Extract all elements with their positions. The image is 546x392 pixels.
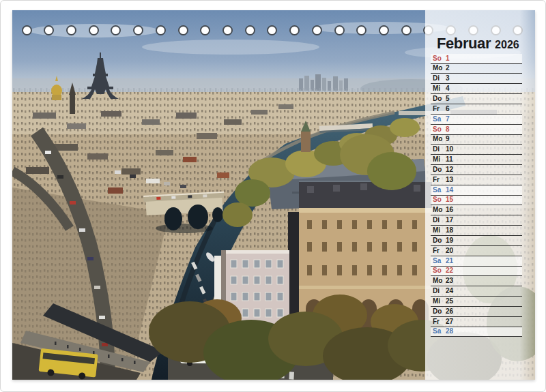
calendar-day-row: Sa7 [431,115,522,125]
day-number: 12 [446,166,453,173]
weekday-label: Do [433,237,446,244]
weekday-label: Mi [433,156,446,163]
day-number: 21 [446,258,453,265]
day-number: 18 [446,227,453,234]
day-number: 4 [446,85,450,92]
binding-hole [133,25,143,35]
day-number: 10 [446,146,453,153]
weekday-label: Do [433,166,446,173]
binding-hole [44,25,54,35]
day-number: 15 [446,196,453,203]
day-number: 16 [446,207,453,213]
weekday-label: Sa [433,116,446,123]
binding-hole [178,25,188,35]
day-number: 5 [446,95,450,102]
weekday-label: Mo [433,207,446,213]
binding-hole [111,25,121,35]
weekday-label: Di [433,75,446,82]
weekday-label: Di [433,288,446,295]
binding-hole [22,25,32,35]
day-number: 7 [446,116,450,123]
day-number: 25 [446,298,453,305]
weekday-label: So [433,196,446,203]
binding-hole [245,25,255,35]
day-number: 28 [446,328,453,335]
binding-hole [267,25,277,35]
weekday-label: Mi [433,227,446,234]
day-number: 23 [446,277,453,284]
binding-hole [222,25,233,35]
day-number: 14 [446,187,453,194]
weekday-label: Do [433,95,446,102]
calendar-day-row: Do12 [431,165,522,175]
day-number: 22 [446,267,453,274]
weekday-label: Sa [433,258,446,265]
calendar-day-row: Mo9 [431,135,522,145]
binding-hole [379,25,389,35]
calendar-day-row: Do19 [431,236,522,246]
day-number: 6 [446,106,450,112]
day-number: 1 [446,55,450,62]
day-number: 24 [446,288,453,295]
calendar-day-row: Mo23 [431,276,522,286]
calendar-title: Februar2026 [437,35,519,52]
weekday-label: Mo [433,277,446,284]
calendar-day-row: Fr6 [431,104,522,115]
day-number: 11 [446,156,453,163]
weekday-label: So [433,126,446,133]
weekday-label: Di [433,217,446,224]
year-label: 2026 [495,39,519,50]
day-number: 19 [446,237,453,244]
calendar-day-row: Do5 [431,94,522,104]
calendar-day-row: Mi4 [431,84,522,94]
binding-hole [66,25,76,35]
weekday-label: Mo [433,136,446,142]
weekday-label: Fr [433,318,446,325]
calendar-day-row: Di17 [431,215,522,226]
calendar-day-row: So8 [431,125,522,135]
calendar-day-row: Sa28 [431,327,522,337]
day-number: 17 [446,217,453,224]
weekday-label: Sa [433,187,446,194]
weekday-label: So [433,267,446,274]
calendar-day-row: Mi11 [431,155,522,165]
binding-hole [401,25,412,35]
binding-hole [156,25,166,35]
weekday-label: Mi [433,298,446,305]
weekday-label: Sa [433,328,446,335]
calendar-day-row: Sa21 [431,256,522,267]
binding-hole [200,25,210,35]
weekday-label: So [433,55,446,62]
calendar-page: Februar2026 So1Mo2Di3Mi4Do5Fr6Sa7So8Mo9D… [0,0,546,392]
day-number: 20 [446,247,453,254]
calendar-day-row: Mi18 [431,226,522,236]
weekday-label: Fr [433,247,446,254]
calendar-day-row: Mo16 [431,205,522,215]
calendar-day-row: Mi25 [431,297,522,307]
calendar-day-row: Fr27 [431,317,522,327]
day-number: 3 [446,75,450,82]
day-list: So1Mo2Di3Mi4Do5Fr6Sa7So8Mo9Di10Mi11Do12F… [431,54,522,337]
day-number: 2 [446,65,450,72]
day-number: 13 [446,177,453,183]
weekday-label: Fr [433,106,446,112]
binding-hole [356,25,367,35]
day-number: 26 [446,308,453,315]
calendar-day-row: So15 [431,196,522,206]
calendar-day-row: Di3 [431,74,522,84]
binding-hole [334,25,345,35]
calendar-day-row: Do26 [431,307,522,317]
calendar-day-row: Di24 [431,286,522,297]
month-label: Februar [437,35,491,52]
calendar-day-row: Sa14 [431,185,522,196]
calendar-day-row: So1 [431,54,522,64]
calendar-day-row: Fr20 [431,246,522,256]
calendar-day-row: Mo2 [431,64,522,74]
day-number: 9 [446,136,450,142]
weekday-label: Mo [433,65,446,72]
calendar-day-row: Di10 [431,145,522,155]
weekday-label: Mi [433,85,446,92]
day-number: 27 [446,318,453,325]
weekday-label: Fr [433,177,446,183]
calendar-day-row: So22 [431,267,522,277]
